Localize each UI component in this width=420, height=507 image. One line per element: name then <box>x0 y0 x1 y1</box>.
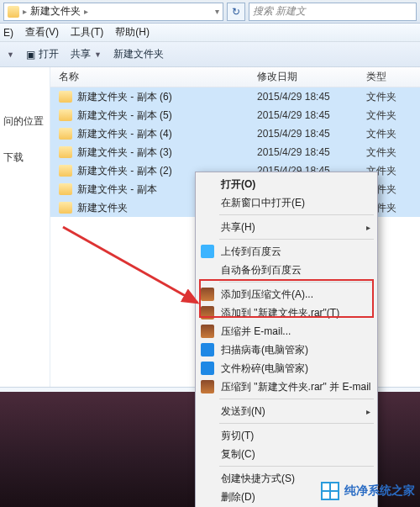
col-date[interactable]: 修改日期 <box>257 70 366 84</box>
ctx-upload-baidu[interactable]: 上传到百度云 <box>196 242 377 261</box>
chevron-right-icon: ▸ <box>366 223 370 232</box>
file-type: 文件夹 <box>366 90 420 104</box>
folder-icon <box>59 128 72 140</box>
organize-dropdown-icon[interactable]: ▼ <box>7 50 14 59</box>
menu-bar: E) 查看(V) 工具(T) 帮助(H) <box>0 24 420 42</box>
separator <box>219 466 374 467</box>
chevron-down-icon: ▼ <box>94 50 102 59</box>
menu-help[interactable]: 帮助(H) <box>115 25 150 40</box>
file-date: 2015/4/29 18:45 <box>257 91 366 103</box>
newfolder-button[interactable]: 新建文件夹 <box>113 47 164 61</box>
folder-icon <box>59 165 72 177</box>
file-type: 文件夹 <box>366 108 420 123</box>
folder-icon <box>59 146 72 158</box>
table-row[interactable]: 新建文件夹 - 副本 (6)2015/4/29 18:45文件夹 <box>50 87 420 106</box>
search-input[interactable]: 搜索 新建文 <box>249 3 417 21</box>
watermark: 纯净系统之家 <box>321 482 415 500</box>
table-row[interactable]: 新建文件夹 - 副本 (5)2015/4/29 18:45文件夹 <box>50 106 420 124</box>
shield-icon <box>201 362 214 375</box>
rar-icon <box>201 306 214 320</box>
folder-icon <box>59 109 72 121</box>
ctx-add-rar[interactable]: 添加到 "新建文件夹.rar"(T) <box>196 304 377 322</box>
breadcrumb[interactable]: ▸ 新建文件夹 ▸ ▾ <box>3 3 223 21</box>
file-date: 2015/4/29 18:45 <box>257 146 366 158</box>
watermark-logo-icon <box>321 482 339 500</box>
menu-view[interactable]: 查看(V) <box>25 25 59 40</box>
list-header: 名称 修改日期 类型 <box>50 67 420 87</box>
shield-icon <box>201 343 214 356</box>
chevron-right-icon: ▸ <box>84 7 88 16</box>
ctx-shred[interactable]: 文件粉碎(电脑管家) <box>196 359 377 378</box>
separator <box>219 214 374 215</box>
breadcrumb-folder[interactable]: 新建文件夹 <box>30 4 81 18</box>
search-placeholder: 搜索 新建文 <box>253 4 306 18</box>
share-button[interactable]: 共享 ▼ <box>71 47 102 61</box>
chevron-right-icon: ▸ <box>366 407 370 416</box>
separator <box>219 239 374 240</box>
ctx-compress-email[interactable]: 压缩并 E-mail... <box>196 322 377 341</box>
ctx-sendto[interactable]: 发送到(N)▸ <box>196 402 377 420</box>
file-date: 2015/4/29 18:45 <box>257 109 366 121</box>
chevron-down-icon[interactable]: ▾ <box>215 7 219 16</box>
file-name: 新建文件夹 - 副本 (4) <box>77 127 257 141</box>
ctx-scan-virus[interactable]: 扫描病毒(电脑管家) <box>196 341 377 359</box>
col-type[interactable]: 类型 <box>366 70 420 84</box>
ctx-share[interactable]: 共享(H)▸ <box>196 218 377 236</box>
open-icon: ▣ <box>26 49 35 61</box>
file-name: 新建文件夹 - 副本 (6) <box>77 90 257 104</box>
folder-icon <box>59 91 72 103</box>
ctx-compress-rar-email[interactable]: 压缩到 "新建文件夹.rar" 并 E-mail <box>196 378 377 396</box>
separator <box>219 423 374 424</box>
open-button[interactable]: ▣ 打开 <box>26 47 59 61</box>
ctx-cut[interactable]: 剪切(T) <box>196 426 377 445</box>
sidebar-recent[interactable]: 问的位置 <box>3 114 46 129</box>
cloud-icon <box>201 245 214 258</box>
address-bar: ▸ 新建文件夹 ▸ ▾ ↻ 搜索 新建文 <box>0 0 420 24</box>
refresh-button[interactable]: ↻ <box>227 3 245 21</box>
chevron-right-icon: ▸ <box>23 7 27 16</box>
context-menu: 打开(O) 在新窗口中打开(E) 共享(H)▸ 上传到百度云 自动备份到百度云 … <box>195 172 378 507</box>
file-name: 新建文件夹 - 副本 (5) <box>77 108 257 123</box>
file-type: 文件夹 <box>366 127 420 141</box>
ctx-copy[interactable]: 复制(C) <box>196 445 377 463</box>
table-row[interactable]: 新建文件夹 - 副本 (3)2015/4/29 18:45文件夹 <box>50 143 420 161</box>
nav-sidebar: 问的位置 下载 <box>0 67 50 387</box>
sidebar-downloads[interactable]: 下载 <box>3 151 46 165</box>
rar-icon <box>201 325 214 338</box>
separator <box>219 282 374 283</box>
file-name: 新建文件夹 - 副本 (3) <box>77 145 257 160</box>
folder-icon <box>59 183 72 195</box>
menu-tools[interactable]: 工具(T) <box>71 25 103 40</box>
folder-icon <box>59 202 72 214</box>
table-row[interactable]: 新建文件夹 - 副本 (4)2015/4/29 18:45文件夹 <box>50 124 420 143</box>
rar-icon <box>201 288 214 301</box>
col-name[interactable]: 名称 <box>50 70 257 84</box>
menu-edit[interactable]: E) <box>3 27 13 39</box>
rar-icon <box>201 380 214 393</box>
toolbar: ▼ ▣ 打开 共享 ▼ 新建文件夹 <box>0 42 420 67</box>
separator <box>219 399 374 399</box>
watermark-text: 纯净系统之家 <box>344 483 415 499</box>
ctx-open[interactable]: 打开(O) <box>196 175 377 193</box>
ctx-add-archive[interactable]: 添加到压缩文件(A)... <box>196 285 377 304</box>
folder-icon <box>8 6 19 18</box>
file-date: 2015/4/29 18:45 <box>257 128 366 140</box>
file-type: 文件夹 <box>366 145 420 160</box>
ctx-backup-baidu[interactable]: 自动备份到百度云 <box>196 261 377 279</box>
ctx-open-new-window[interactable]: 在新窗口中打开(E) <box>196 193 377 212</box>
